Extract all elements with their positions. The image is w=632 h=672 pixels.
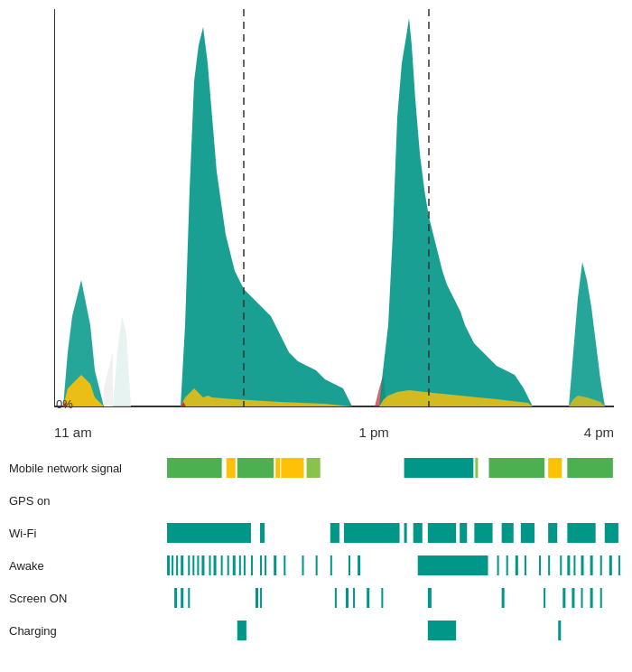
svg-rect-102 <box>558 621 561 640</box>
svg-rect-64 <box>330 555 332 575</box>
time-label-1pm: 1 pm <box>358 425 388 440</box>
svg-rect-74 <box>560 555 562 575</box>
svg-rect-88 <box>346 588 349 608</box>
svg-rect-57 <box>251 555 253 575</box>
svg-rect-29 <box>260 523 265 543</box>
mobile-network-signal-label: Mobile network signal <box>9 462 163 475</box>
svg-rect-27 <box>567 458 612 478</box>
svg-rect-32 <box>404 523 407 543</box>
screen-on-label: Screen ON <box>9 592 163 605</box>
battery-area-chart <box>54 9 614 425</box>
svg-rect-36 <box>474 523 492 543</box>
charging-bars <box>163 614 627 647</box>
gps-on-label: GPS on <box>9 494 163 508</box>
svg-rect-79 <box>600 555 602 575</box>
svg-rect-85 <box>256 588 258 608</box>
svg-rect-20 <box>275 458 280 478</box>
svg-rect-41 <box>605 523 618 543</box>
svg-rect-95 <box>562 588 565 608</box>
svg-rect-47 <box>192 555 194 575</box>
svg-rect-33 <box>414 523 423 543</box>
svg-rect-52 <box>221 555 223 575</box>
svg-rect-62 <box>302 555 304 575</box>
usage-rows: Mobile network signal <box>9 452 627 647</box>
svg-rect-17 <box>167 458 222 478</box>
svg-rect-96 <box>572 588 574 608</box>
mobile-network-signal-bars <box>163 452 627 484</box>
svg-rect-77 <box>581 555 584 575</box>
svg-rect-25 <box>489 458 545 478</box>
svg-rect-99 <box>600 588 602 608</box>
wifi-label: Wi-Fi <box>9 527 163 540</box>
svg-rect-51 <box>214 555 217 575</box>
svg-rect-58 <box>260 555 262 575</box>
svg-marker-12 <box>569 262 605 406</box>
svg-rect-98 <box>590 588 593 608</box>
time-label-4pm: 4 pm <box>584 425 614 440</box>
charging-row: Charging <box>9 614 627 647</box>
svg-rect-55 <box>239 555 241 575</box>
svg-rect-40 <box>567 523 595 543</box>
svg-rect-67 <box>418 555 488 575</box>
svg-rect-46 <box>188 555 190 575</box>
svg-rect-21 <box>281 458 303 478</box>
svg-rect-50 <box>209 555 211 575</box>
svg-rect-100 <box>237 621 246 640</box>
svg-rect-101 <box>428 621 456 640</box>
wifi-bars <box>163 517 627 549</box>
svg-rect-56 <box>244 555 246 575</box>
svg-rect-48 <box>197 555 199 575</box>
svg-rect-94 <box>544 588 545 608</box>
svg-rect-81 <box>618 555 620 575</box>
svg-rect-34 <box>428 523 456 543</box>
svg-rect-70 <box>516 555 518 575</box>
svg-rect-53 <box>228 555 229 575</box>
svg-rect-43 <box>172 555 173 575</box>
svg-rect-86 <box>260 588 262 608</box>
battery-chart-container: 0% 11 am 1 pm 4 pm Mobile network signal <box>0 0 632 672</box>
charging-label: Charging <box>9 624 163 638</box>
svg-rect-78 <box>590 555 593 575</box>
svg-rect-97 <box>581 588 583 608</box>
svg-rect-26 <box>548 458 562 478</box>
svg-rect-82 <box>174 588 177 608</box>
svg-rect-30 <box>330 523 339 543</box>
svg-rect-83 <box>181 588 183 608</box>
svg-rect-91 <box>381 588 383 608</box>
svg-marker-10 <box>379 18 533 406</box>
svg-rect-45 <box>181 555 183 575</box>
svg-rect-80 <box>609 555 612 575</box>
svg-marker-5 <box>113 316 131 406</box>
svg-rect-93 <box>502 588 505 608</box>
svg-rect-89 <box>353 588 355 608</box>
mobile-network-signal-row: Mobile network signal <box>9 452 627 484</box>
svg-marker-6 <box>181 27 352 406</box>
svg-rect-49 <box>201 555 204 575</box>
svg-rect-60 <box>274 555 276 575</box>
svg-rect-35 <box>460 523 467 543</box>
svg-rect-92 <box>428 588 432 608</box>
svg-rect-28 <box>167 523 251 543</box>
awake-row: Awake <box>9 549 627 582</box>
time-label-11am: 11 am <box>54 425 92 440</box>
svg-rect-42 <box>167 555 170 575</box>
svg-rect-61 <box>283 555 285 575</box>
screen-on-bars <box>163 582 627 614</box>
gps-on-bars <box>163 484 627 517</box>
svg-rect-68 <box>497 555 499 575</box>
awake-bars <box>163 549 627 582</box>
svg-rect-59 <box>265 555 266 575</box>
y-axis-zero-label: 0% <box>56 397 73 411</box>
svg-rect-65 <box>349 555 350 575</box>
svg-rect-54 <box>233 555 236 575</box>
svg-rect-71 <box>525 555 526 575</box>
svg-rect-84 <box>188 588 190 608</box>
screen-on-row: Screen ON <box>9 582 627 614</box>
time-labels: 11 am 1 pm 4 pm <box>54 425 614 440</box>
svg-rect-90 <box>367 588 369 608</box>
svg-rect-37 <box>502 523 514 543</box>
svg-rect-63 <box>316 555 318 575</box>
svg-rect-31 <box>344 523 400 543</box>
svg-rect-75 <box>567 555 570 575</box>
gps-on-row: GPS on <box>9 484 627 517</box>
